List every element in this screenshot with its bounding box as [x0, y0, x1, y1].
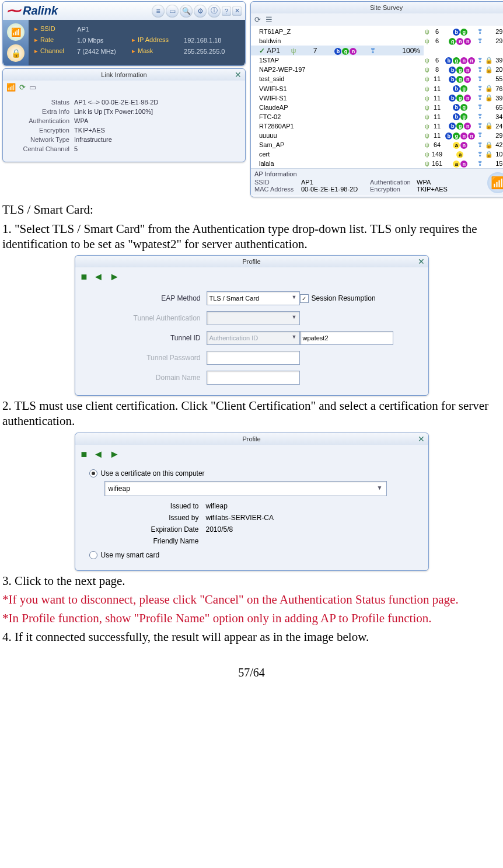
profile-dialog-2: Profile✕ ■◄► Use a certificate on this c… [75, 433, 429, 571]
signal-icon: ❣ [476, 74, 484, 83]
survey-channel: 64 [431, 140, 443, 149]
survey-channel: 11 [431, 83, 443, 93]
antenna-icon: ψ [424, 149, 431, 159]
ralink-logo: ⁓Ralink [6, 4, 58, 18]
session-resumption-checkbox[interactable]: ✓Session Resumption [300, 294, 393, 303]
close-icon[interactable]: ✕ [418, 257, 425, 266]
next-icon[interactable]: ► [109, 448, 120, 461]
signal-icon: ❣ [476, 140, 484, 149]
toolbar-close-icon[interactable]: ✕ [232, 6, 242, 16]
survey-row[interactable]: ClaudeAP ψ 11 bg ❣ 65% [251, 103, 503, 112]
list-view-icon[interactable]: ☰ [266, 15, 273, 24]
survey-percent: 29% [494, 36, 503, 46]
survey-channel: 11 [431, 121, 443, 131]
tunnel-id-input[interactable]: wpatest2 [300, 331, 393, 345]
survey-channel: 11 [431, 112, 443, 121]
back-icon[interactable]: ◄ [93, 271, 103, 283]
lock-icon: 🔒 [484, 140, 494, 149]
eap-method-dropdown[interactable]: TLS / Smart Card [207, 291, 300, 305]
signal-bars-icon[interactable]: 📶 [6, 83, 16, 92]
use-smart-card-radio[interactable]: Use my smart card [89, 551, 160, 559]
signal-icon: ❣ [476, 149, 484, 159]
survey-row[interactable]: VWIFI-S1 ψ 11 bg ❣ 🔒 76% [251, 83, 503, 93]
survey-row[interactable]: lalala ψ 161 an ❣ 15% [251, 159, 503, 168]
ssid-label: SSID [40, 25, 55, 32]
lock-icon: 🔒 [484, 121, 494, 131]
toolbar-info-icon[interactable]: ⓘ [208, 5, 221, 18]
signal-icon: ❣ [476, 159, 484, 168]
survey-ssid: uuuuu [251, 131, 424, 140]
link-info-label: Central Channel [9, 144, 72, 154]
antenna-icon: ψ [424, 159, 431, 168]
tunnel-auth-dropdown [207, 311, 300, 325]
survey-row[interactable]: RT61AP_Z ψ 6 bg ❣ 29% [251, 27, 503, 36]
doc-icon[interactable]: ▭ [29, 83, 36, 92]
survey-channel: 11 [431, 131, 443, 140]
survey-row[interactable]: NAP2-WEP-197 ψ 8 bgn ❣ 🔒 20% [251, 65, 503, 74]
refresh-icon[interactable]: ⟳ [19, 83, 26, 92]
lock-icon [484, 36, 494, 46]
tunnel-password-input[interactable] [207, 351, 300, 365]
survey-ssid: Sam_AP [251, 140, 424, 149]
tunnel-id-type-dropdown: Authentication ID [207, 331, 300, 345]
toolbar-help-icon[interactable]: ? [222, 6, 231, 16]
stop-icon[interactable]: ■ [81, 448, 88, 461]
site-survey-title: Site Survey [370, 4, 403, 11]
survey-row[interactable]: test_ssid ψ 11 bgn ❣ 55% [251, 74, 503, 83]
survey-row[interactable]: Sam_AP ψ 64 an ❣ 🔒 42% [251, 140, 503, 149]
survey-row[interactable]: FTC-02 ψ 11 bg ❣ 34% [251, 112, 503, 121]
toolbar-list-icon[interactable]: ≡ [152, 5, 165, 18]
toolbar-doc-icon[interactable]: ▭ [166, 5, 179, 18]
note-profile: *In Profile function, show "Profile Name… [2, 611, 501, 626]
survey-percent: 42% [494, 140, 503, 149]
certificate-dropdown[interactable]: wifieap [104, 481, 387, 496]
rescan-icon[interactable]: ⟳ [254, 15, 261, 24]
survey-row[interactable]: AP1 ψ 7 bgn ❣ 100% [251, 46, 424, 55]
survey-modes: bg [443, 27, 476, 36]
signal-icon: ❣ [476, 55, 484, 65]
survey-row[interactable]: cert ψ 149 a ❣ 🔒 10% [251, 149, 503, 159]
survey-modes: bg [443, 103, 476, 112]
survey-percent: 10% [494, 149, 503, 159]
toolbar-gear-icon[interactable]: ⚙ [194, 5, 207, 18]
use-local-cert-radio[interactable]: Use a certificate on this computer [89, 469, 205, 477]
domain-name-label: Domain Name [110, 374, 207, 382]
survey-row[interactable]: RT2860AP1 ψ 11 bgn ❣ 🔒 24% [251, 121, 503, 131]
close-icon[interactable]: ✕ [418, 434, 425, 444]
survey-row[interactable]: 1STAP ψ 6 bgnn ❣ 🔒 39% [251, 55, 503, 65]
ap-mac: 00-0E-2E-E1-98-2D [301, 186, 365, 193]
domain-name-input[interactable] [207, 371, 300, 385]
signal-icon: ❣ [476, 121, 484, 131]
survey-row[interactable]: VWIFI-S1 ψ 11 bgn ❣ 🔒 39% [251, 93, 503, 103]
survey-percent: 29% [494, 27, 503, 36]
ip-label: IP Address [138, 36, 169, 43]
back-icon[interactable]: ◄ [93, 448, 103, 461]
survey-ssid: baldwin [251, 36, 424, 46]
survey-modes: bgnn [443, 55, 476, 65]
mask-label: Mask [138, 47, 153, 54]
antenna-icon: ψ [424, 93, 431, 103]
link-info-label: Extra Info [9, 107, 72, 116]
link-info-value: Infrastructure [72, 135, 160, 144]
toolbar-search-icon[interactable]: 🔍 [180, 5, 193, 18]
mask-value: 255.255.255.0 [183, 46, 240, 57]
survey-percent: 20% [494, 65, 503, 74]
channel-label: Channel [40, 47, 64, 54]
close-icon[interactable]: ✕ [235, 70, 242, 79]
survey-channel: 6 [431, 55, 443, 65]
next-icon[interactable]: ► [109, 271, 120, 283]
stop-icon[interactable]: ■ [81, 271, 88, 283]
ssid-value: AP1 [76, 23, 131, 34]
survey-percent: 39% [494, 55, 503, 65]
signal-icon: ❣ [476, 65, 484, 74]
rate-label: Rate [40, 36, 54, 43]
survey-row[interactable]: uuuuu ψ 11 bgnn ❣ 29% [251, 131, 503, 140]
survey-channel: 11 [431, 93, 443, 103]
survey-percent: 24% [494, 121, 503, 131]
link-info-label: Network Type [9, 135, 72, 144]
survey-percent: 34% [494, 112, 503, 121]
ralink-status-panel: ⁓Ralink ≡ ▭ 🔍 ⚙ ⓘ ? ✕ 📶 🔒 [2, 1, 246, 66]
survey-row[interactable]: baldwin ψ 6 gnn ❣ 29% [251, 36, 503, 46]
signal-icon: ❣ [476, 112, 484, 121]
survey-ssid: VWIFI-S1 [251, 93, 424, 103]
